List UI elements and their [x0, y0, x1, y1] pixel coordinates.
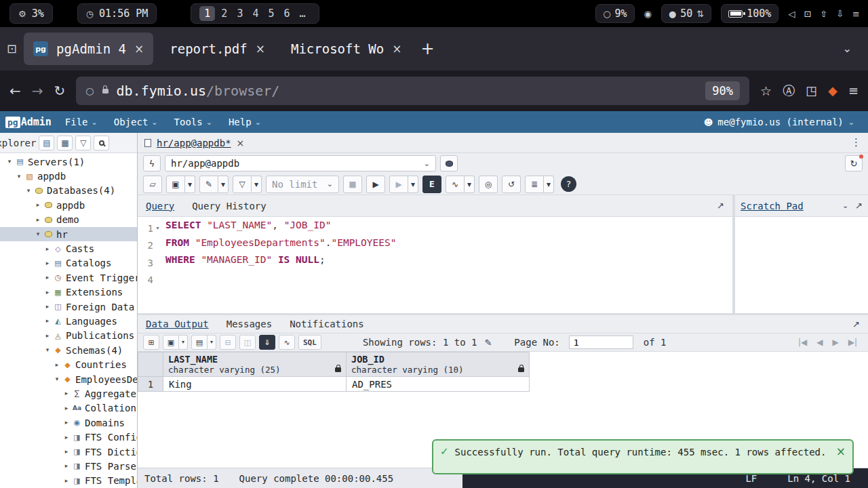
cell[interactable]: AD_PRES — [347, 377, 530, 392]
share-icon[interactable]: ⇧ — [820, 9, 827, 18]
execute-options-button[interactable]: ▶ — [389, 176, 408, 193]
pgadmin-logo[interactable]: pg Admin — [5, 116, 52, 128]
search-icon[interactable] — [94, 136, 109, 150]
expander-icon[interactable]: ▸ — [43, 333, 52, 339]
edit-data-icon[interactable]: ✎ — [484, 338, 492, 347]
tab-query-history[interactable]: Query History — [192, 201, 267, 211]
tree-item-employeesdepartments[interactable]: ▾◆EmployeesDepartments — [0, 372, 137, 386]
expand-editor-icon[interactable]: ↗ — [717, 201, 724, 210]
expander-icon[interactable]: ▾ — [34, 231, 42, 237]
tab-scratch-pad[interactable]: Scratch Pad — [741, 201, 804, 211]
zoom-indicator[interactable]: 90% — [705, 81, 740, 100]
tab-messages[interactable]: Messages — [226, 319, 272, 329]
expander-icon[interactable]: ▸ — [34, 217, 42, 223]
tab-notifications[interactable]: Notifications — [290, 319, 364, 329]
expander-icon[interactable]: ▾ — [24, 188, 33, 194]
tree-item-publications[interactable]: ▸◬Publications — [0, 329, 137, 343]
tab-overflow-icon[interactable]: ⌄ — [843, 43, 861, 54]
code-line[interactable]: WHERE "MANAGER_ID" IS NULL; — [165, 254, 732, 272]
sql-code[interactable]: SELECT "LAST_NAME", "JOB_ID"FROM "Employ… — [162, 217, 732, 313]
commit-button[interactable]: ◎ — [479, 176, 498, 193]
code-line[interactable] — [165, 272, 732, 289]
filter-options-button[interactable]: ▾ — [252, 176, 262, 193]
new-tab-button[interactable]: + — [420, 41, 434, 57]
explain-options-button[interactable]: ▾ — [465, 176, 475, 193]
cell[interactable]: King — [163, 377, 347, 392]
expand-scratch-icon[interactable]: ↗ — [855, 201, 863, 210]
tree-item-event-triggers[interactable]: ▸◷Event Triggers — [0, 270, 137, 285]
next-page-button[interactable]: ▶ — [832, 338, 838, 347]
explain-button[interactable]: E — [422, 176, 441, 193]
menu-icon[interactable]: ≡ — [852, 9, 860, 18]
browser-tab-pgadmin-4[interactable]: pgpgAdmin 4× — [24, 33, 153, 65]
expander-icon[interactable]: ▸ — [62, 420, 71, 426]
tab-data-output[interactable]: Data Output — [146, 319, 209, 329]
scratch-pad-input[interactable] — [735, 217, 868, 313]
expander-icon[interactable]: ▾ — [15, 174, 23, 180]
paste-options-button[interactable]: ▾ — [208, 335, 216, 350]
new-connection-button[interactable] — [440, 155, 458, 171]
close-tab-icon[interactable]: × — [392, 43, 401, 55]
expander-icon[interactable]: ▸ — [34, 202, 42, 208]
menu-tools[interactable]: Tools⌄ — [174, 117, 212, 127]
address-bar[interactable]: ○ db.fymio.us/browser/ 90% — [76, 77, 749, 105]
tree-item-casts[interactable]: ▸◇Casts — [0, 241, 137, 256]
tab-number-1[interactable]: 1 — [199, 6, 215, 21]
kebab-menu-icon[interactable]: ⋮ — [851, 138, 861, 148]
connection-select[interactable]: hr/app@appdb ⌄ — [165, 155, 436, 171]
tree-item-databases-4[interactable]: ▾Databases(4) — [0, 184, 137, 198]
edit-options-button[interactable]: ▾ — [218, 176, 229, 193]
graph-visualiser-button[interactable]: ∿ — [279, 335, 295, 350]
tree-item-appdb[interactable]: ▾▧appdb — [0, 169, 137, 183]
close-notification-icon[interactable]: × — [836, 446, 846, 458]
open-file-button[interactable]: ▱ — [143, 176, 162, 193]
browser-menu-icon[interactable]: ≡ — [848, 85, 859, 97]
add-server-icon[interactable]: ▤ — [43, 139, 50, 147]
profile-icon[interactable]: Ⓐ — [783, 85, 795, 97]
tree-item-catalogs[interactable]: ▸▤Catalogs — [0, 256, 137, 270]
expander-icon[interactable]: ▾ — [5, 159, 14, 165]
filter-icon[interactable]: ▽ — [80, 139, 86, 147]
volume-icon[interactable]: ◁ — [788, 9, 795, 18]
system-pill[interactable]: ⚙ 3% — [9, 3, 53, 24]
execute-dropdown-button[interactable]: ▾ — [408, 176, 418, 193]
tab-number-5[interactable]: 5 — [263, 6, 279, 21]
tree-item-hr[interactable]: ▾hr — [0, 227, 137, 241]
expander-icon[interactable]: ▾ — [43, 347, 52, 353]
storage-icon[interactable]: ⇩ — [836, 9, 844, 18]
rollback-button[interactable]: ↺ — [502, 176, 521, 193]
recent-tabs-pill[interactable]: 123456… — [191, 3, 319, 24]
add-row-button[interactable]: ⊞ — [143, 335, 159, 350]
querytool-tab[interactable]: hr/app@appdb* × — [144, 138, 244, 148]
expander-icon[interactable]: ▸ — [43, 260, 52, 266]
row-limit-select[interactable]: No limit ⌄ — [266, 176, 339, 193]
tree-item-fts-templates[interactable]: ▸◨FTS Templates — [0, 474, 137, 488]
column-header-job-id[interactable]: JOB_IDcharacter varying (10) — [347, 352, 530, 377]
expander-icon[interactable]: ▸ — [62, 449, 71, 455]
expander-icon[interactable]: ▾ — [53, 376, 61, 382]
expander-icon[interactable]: ▸ — [43, 289, 52, 296]
save-data-button[interactable]: ◫ — [239, 335, 256, 350]
expand-output-icon[interactable]: ↗ — [852, 320, 860, 329]
last-page-button[interactable]: ▶| — [848, 338, 857, 347]
code-line[interactable]: SELECT "LAST_NAME", "JOB_ID" — [165, 220, 732, 237]
expander-icon[interactable]: ▸ — [43, 304, 52, 310]
select-all-corner[interactable] — [138, 352, 163, 377]
row-number[interactable]: 1 — [138, 377, 163, 392]
explain-analyze-button[interactable]: ∿ — [446, 176, 465, 193]
delete-row-button[interactable]: ⊟ — [220, 335, 236, 350]
column-header-last-name[interactable]: LAST_NAMEcharacter varying (25) — [163, 352, 347, 377]
copy-button[interactable]: ▣ — [163, 335, 179, 350]
sql-editor[interactable]: 1▾234 SELECT "LAST_NAME", "JOB_ID"FROM "… — [138, 217, 732, 313]
account-menu[interactable]: ☻ me@fymio.us (internal) ⌄ — [704, 117, 863, 127]
clock-pill[interactable]: ◷ 01:56 PM — [77, 3, 157, 24]
shield-icon[interactable]: ○ — [85, 86, 94, 96]
connection-status-icon[interactable]: ϟ — [149, 159, 155, 168]
page-number-input[interactable] — [569, 336, 633, 349]
display-icon[interactable]: ⊡ — [804, 9, 811, 18]
more-tabs[interactable]: … — [295, 6, 311, 21]
expander-icon[interactable]: ▸ — [62, 463, 71, 469]
tree-item-countries[interactable]: ▸◆Countries — [0, 357, 137, 371]
expander-icon[interactable]: ▸ — [62, 390, 71, 396]
refresh-icon[interactable]: ↻ — [845, 155, 863, 171]
